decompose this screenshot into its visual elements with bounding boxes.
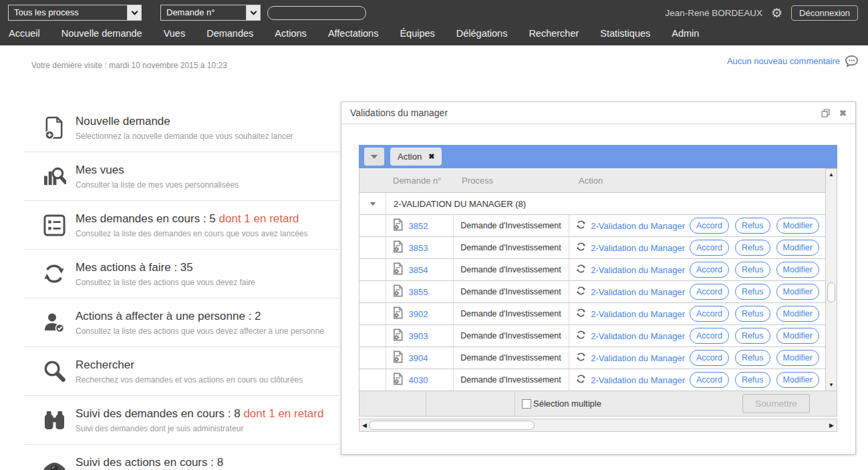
request-id-link[interactable]: 3902 (409, 309, 428, 319)
menu-item-mes-vues[interactable]: Mes vues Consulter la liste de mes vues … (23, 152, 339, 201)
scroll-up-arrow[interactable]: ▲ (826, 172, 837, 178)
nav-item-admin[interactable]: Admin (661, 28, 710, 43)
modifier-button[interactable]: Modifier (776, 262, 819, 278)
submit-button[interactable]: Soumettre (742, 394, 810, 413)
action-link[interactable]: 2-Validation du Manager (591, 331, 685, 341)
menu-item-nouvelle-demande[interactable]: Nouvelle demande Sélectionnez la nouvell… (23, 103, 339, 152)
action-refresh-icon (576, 374, 586, 387)
popout-icon[interactable] (821, 109, 830, 118)
accord-button[interactable]: Accord (690, 262, 729, 278)
nav-item-affectations[interactable]: Affectations (317, 28, 390, 43)
multi-select-checkbox[interactable] (522, 399, 531, 409)
scroll-left-arrow[interactable]: ◀ (362, 422, 367, 429)
main-nav: Accueil Nouvelle demande Vues Demandes A… (0, 25, 868, 45)
horizontal-scroll-thumb[interactable] (369, 421, 535, 430)
gear-icon[interactable]: ⚙ (771, 7, 782, 19)
vertical-scroll-thumb[interactable] (827, 282, 835, 302)
table-row: 3853 Demande d'Investissement 2-Validati… (359, 237, 825, 259)
modifier-button[interactable]: Modifier (776, 372, 819, 388)
accord-button[interactable]: Accord (690, 218, 729, 234)
modifier-button[interactable]: Modifier (776, 350, 819, 366)
action-refresh-icon (576, 264, 586, 276)
user-name: Jean-René BORDEAUX (666, 8, 763, 18)
accord-button[interactable]: Accord (690, 240, 729, 256)
chevron-down-icon (246, 5, 260, 20)
horizontal-scrollbar[interactable]: ◀ ▶ (359, 419, 837, 432)
nav-item-actions[interactable]: Actions (264, 28, 317, 43)
menu-item-actions-a-affecter[interactable]: Actions à affecter à une personne : 2 Co… (23, 298, 339, 347)
column-header-demande: Demande n° (386, 176, 455, 186)
collapse-group-button[interactable] (359, 193, 386, 214)
quick-search-input[interactable] (267, 6, 366, 20)
menu-item-suivi-actions[interactable]: Suivi des actions en cours : 8 Suivi des… (23, 445, 339, 470)
action-link[interactable]: 2-Validation du Manager (591, 309, 685, 319)
nav-item-statistiques[interactable]: Statistiques (589, 28, 661, 43)
request-doc-icon (392, 240, 404, 256)
menu-item-mes-demandes[interactable]: Mes demandes en cours : 5 dont 1 en reta… (23, 201, 339, 250)
modifier-button[interactable]: Modifier (776, 218, 819, 234)
nav-item-equipes[interactable]: Équipes (389, 28, 445, 43)
new-document-icon (33, 116, 76, 140)
refus-button[interactable]: Refus (735, 350, 770, 366)
topbar: Tous les process Demande n° Jean-René BO… (0, 0, 868, 25)
comments-link[interactable]: Aucun nouveau commentaire (727, 55, 859, 67)
remove-filter-icon[interactable]: ✖ (428, 152, 434, 161)
modifier-button[interactable]: Modifier (776, 284, 819, 300)
action-link[interactable]: 2-Validation du Manager (591, 287, 685, 297)
refus-button[interactable]: Refus (735, 328, 770, 344)
vertical-scrollbar[interactable]: ▲ ▼ (825, 168, 837, 391)
modifier-button[interactable]: Modifier (776, 240, 819, 256)
filter-dropdown-button[interactable] (364, 148, 384, 166)
request-id-link[interactable]: 3855 (409, 287, 428, 297)
request-id-link[interactable]: 3903 (409, 331, 428, 341)
nav-item-nouvelle-demande[interactable]: Nouvelle demande (51, 28, 153, 43)
scroll-down-arrow[interactable]: ▼ (826, 382, 837, 388)
menu-item-rechercher[interactable]: Rechercher Recherchez vos demandes et vo… (23, 347, 339, 396)
request-id-link[interactable]: 3853 (409, 243, 428, 253)
menu-item-suivi-demandes[interactable]: Suivi des demandes en cours : 8 dont 1 e… (23, 396, 339, 445)
menu-item-title: Mes demandes en cours : 5 (76, 212, 216, 225)
column-header-action: Action (572, 176, 825, 186)
refus-button[interactable]: Refus (735, 240, 770, 256)
action-refresh-icon (576, 330, 586, 342)
refus-button[interactable]: Refus (735, 372, 770, 388)
action-link[interactable]: 2-Validation du Manager (591, 375, 685, 385)
search-type-select[interactable]: Demande n° (160, 5, 261, 21)
request-id-link[interactable]: 3854 (409, 265, 428, 275)
modifier-button[interactable]: Modifier (776, 328, 819, 344)
action-link[interactable]: 2-Validation du Manager (591, 353, 685, 363)
action-link[interactable]: 2-Validation du Manager (591, 265, 685, 275)
scroll-right-arrow[interactable]: ▶ (829, 422, 834, 429)
nav-item-demandes[interactable]: Demandes (196, 28, 264, 43)
process-cell: Demande d'Investissement (454, 303, 569, 324)
refus-button[interactable]: Refus (735, 284, 770, 300)
menu-item-mes-actions[interactable]: Mes actions à faire : 35 Consultez la li… (23, 250, 339, 298)
close-icon[interactable]: ✖ (839, 108, 847, 118)
process-cell: Demande d'Investissement (454, 215, 569, 236)
action-link[interactable]: 2-Validation du Manager (591, 221, 685, 231)
nav-item-vues[interactable]: Vues (153, 28, 196, 43)
action-refresh-icon (576, 286, 586, 298)
accord-button[interactable]: Accord (690, 328, 729, 344)
refus-button[interactable]: Refus (735, 262, 770, 278)
accord-button[interactable]: Accord (690, 284, 729, 300)
refus-button[interactable]: Refus (735, 306, 770, 322)
request-id-link[interactable]: 3904 (409, 353, 428, 363)
process-filter-select[interactable]: Tous les process (8, 5, 142, 21)
request-id-link[interactable]: 4030 (409, 375, 428, 385)
nav-item-delegations[interactable]: Délégations (446, 28, 519, 43)
refus-button[interactable]: Refus (735, 218, 770, 234)
group-label: 2-VALIDATION DU MANAGER (8) (386, 199, 526, 209)
logout-button[interactable]: Déconnexion (791, 5, 858, 21)
menu-item-title: Mes vues (76, 164, 124, 176)
action-link[interactable]: 2-Validation du Manager (591, 243, 685, 253)
request-id-link[interactable]: 3852 (409, 221, 428, 231)
accord-button[interactable]: Accord (690, 372, 729, 388)
table-row: 3855 Demande d'Investissement 2-Validati… (359, 281, 825, 303)
nav-item-rechercher[interactable]: Rechercher (518, 28, 589, 43)
accord-button[interactable]: Accord (690, 306, 729, 322)
filter-chip-action[interactable]: Action ✖ (390, 148, 442, 166)
accord-button[interactable]: Accord (690, 350, 729, 366)
modifier-button[interactable]: Modifier (776, 306, 819, 322)
nav-item-accueil[interactable]: Accueil (9, 28, 51, 43)
